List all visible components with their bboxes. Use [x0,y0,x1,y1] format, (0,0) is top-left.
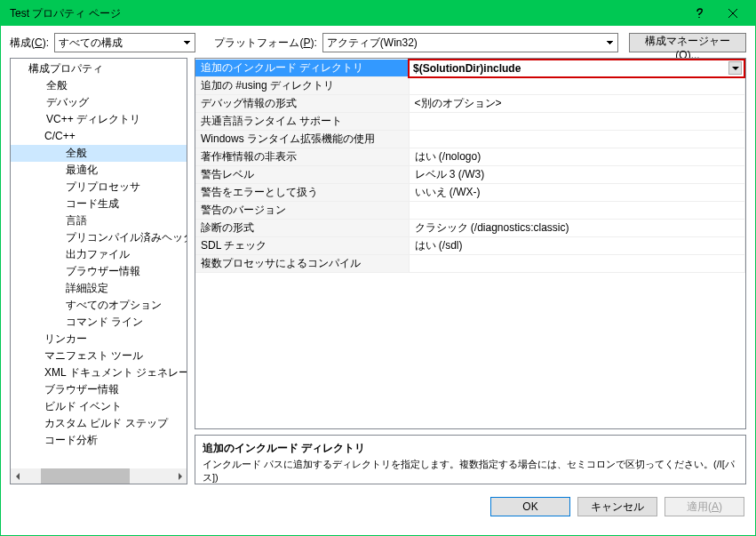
grid-value[interactable] [409,77,744,95]
tree-item[interactable]: デバッグ [11,94,187,111]
grid-value[interactable] [409,131,744,148]
grid-label: 共通言語ランタイム サポート [195,113,409,131]
tree-item[interactable]: XML ドキュメント ジェネレーター [11,364,187,381]
tree-root[interactable]: 構成プロパティ [11,60,187,77]
grid-value[interactable]: $(SolutionDir)include [409,60,744,77]
tree-cpp-child[interactable]: 詳細設定 [11,280,187,297]
tree-cpp-child[interactable]: 最適化 [11,162,187,179]
grid-value[interactable]: クラシック (/diagnostics:classic) [409,220,744,237]
grid-row[interactable]: 警告のバージョン [195,202,744,220]
grid-row[interactable]: 著作権情報の非表示はい (/nologo) [195,148,744,166]
tree-item[interactable]: マニフェスト ツール [11,348,187,364]
grid-label: 追加のインクルード ディレクトリ [195,60,409,77]
scroll-thumb[interactable] [41,468,130,484]
tree-item[interactable]: ビルド イベント [11,398,187,415]
cancel-button[interactable]: キャンセル [577,497,657,516]
help-icon [694,8,704,19]
grid-label: SDL チェック [195,237,409,255]
toolbar: 構成(C): すべての構成 プラットフォーム(P): アクティブ(Win32) … [1,26,755,58]
grid-label: 警告のバージョン [195,202,409,220]
grid-label: 追加の #using ディレクトリ [195,77,409,95]
grid-label: 著作権情報の非表示 [195,148,409,166]
tree-item[interactable]: リンカー [11,331,187,348]
description-panel: 追加のインクルード ディレクトリ インクルード パスに追加するディレクトリを指定… [195,435,746,484]
grid-label: 複数プロセッサによるコンパイル [195,255,409,273]
grid-value[interactable]: <別のオプション> [409,95,744,113]
description-body: インクルード パスに追加するディレクトリを指定します。複数指定する場合には、セミ… [203,458,738,484]
grid-label: デバッグ情報の形式 [195,95,409,113]
grid-value[interactable]: レベル 3 (/W3) [409,166,744,184]
tree-item[interactable]: 全般 [11,77,187,94]
tree-cpp-child[interactable]: 言語 [11,212,187,229]
scroll-right-icon[interactable] [171,468,187,484]
titlebar: Test プロパティ ページ [1,1,755,26]
grid-value[interactable] [409,202,744,220]
grid-value[interactable]: はい (/nologo) [409,148,744,166]
right-panel: 追加のインクルード ディレクトリ$(SolutionDir)include追加の… [195,58,746,484]
grid-value[interactable] [409,113,744,131]
tree-cpp-child[interactable]: ブラウザー情報 [11,263,187,280]
tree-item[interactable]: ブラウザー情報 [11,381,187,398]
config-select[interactable]: すべての構成 [54,33,195,52]
grid-label: 警告レベル [195,166,409,184]
grid-row[interactable]: SDL チェックはい (/sdl) [195,237,744,255]
help-button[interactable] [682,1,716,26]
tree-cpp-child[interactable]: 全般 [11,145,187,162]
window-title: Test プロパティ ページ [10,6,682,21]
grid-row[interactable]: 警告レベルレベル 3 (/W3) [195,166,744,184]
grid-value[interactable]: いいえ (/WX-) [409,184,744,202]
tree-cpp-child[interactable]: 出力ファイル [11,246,187,263]
grid-label: 警告をエラーとして扱う [195,184,409,202]
tree-cpp-child[interactable]: コード生成 [11,196,187,212]
grid-row[interactable]: 共通言語ランタイム サポート [195,113,744,131]
grid-label: Windows ランタイム拡張機能の使用 [195,131,409,148]
footer: OK キャンセル 適用(A) [1,492,755,524]
grid-row[interactable]: 診断の形式クラシック (/diagnostics:classic) [195,220,744,237]
ok-button[interactable]: OK [490,497,570,516]
config-tree[interactable]: 構成プロパティ全般デバッグVC++ ディレクトリC/C++全般最適化プリプロセッ… [11,59,187,451]
tree-hscroll[interactable] [11,468,187,484]
tree-item[interactable]: カスタム ビルド ステップ [11,415,187,432]
tree-item[interactable]: VC++ ディレクトリ [11,111,187,128]
grid-row[interactable]: 追加の #using ディレクトリ [195,77,744,95]
grid-label: 診断の形式 [195,220,409,237]
tree-cpp-child[interactable]: プリコンパイル済みヘッダー [11,229,187,246]
platform-label: プラットフォーム(P): [214,36,316,51]
content-area: 構成プロパティ全般デバッグVC++ ディレクトリC/C++全般最適化プリプロセッ… [1,58,755,492]
tree-item[interactable]: コード分析 [11,432,187,449]
tree-cpp-child[interactable]: コマンド ライン [11,314,187,331]
property-grid: 追加のインクルード ディレクトリ$(SolutionDir)include追加の… [195,58,746,429]
grid-row[interactable]: 追加のインクルード ディレクトリ$(SolutionDir)include [195,60,744,77]
config-manager-button[interactable]: 構成マネージャー(O)... [629,33,746,52]
grid-value[interactable] [409,255,744,273]
grid-row[interactable]: デバッグ情報の形式<別のオプション> [195,95,744,113]
grid-value[interactable]: はい (/sdl) [409,237,744,255]
tree-panel: 構成プロパティ全般デバッグVC++ ディレクトリC/C++全般最適化プリプロセッ… [10,58,187,484]
platform-select[interactable]: アクティブ(Win32) [322,33,618,52]
dropdown-icon[interactable] [728,61,742,75]
apply-button[interactable]: 適用(A) [664,497,744,516]
grid-row[interactable]: Windows ランタイム拡張機能の使用 [195,131,744,148]
grid-row[interactable]: 警告をエラーとして扱ういいえ (/WX-) [195,184,744,202]
tree-cpp[interactable]: C/C++ [11,128,187,145]
close-icon [728,8,738,19]
tree-cpp-child[interactable]: プリプロセッサ [11,179,187,196]
config-label: 構成(C): [10,36,49,51]
description-title: 追加のインクルード ディレクトリ [203,441,738,456]
close-button[interactable] [716,1,750,26]
grid-row[interactable]: 複数プロセッサによるコンパイル [195,255,744,273]
tree-cpp-child[interactable]: すべてのオプション [11,297,187,314]
scroll-left-icon[interactable] [11,468,26,484]
